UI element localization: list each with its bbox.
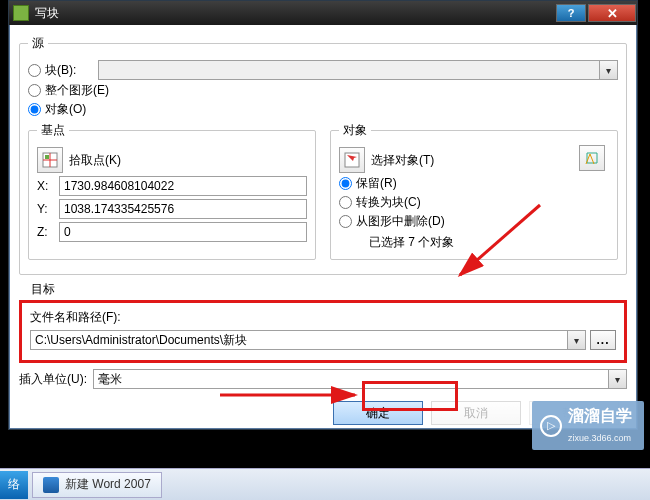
- radio-retain[interactable]: 保留(R): [339, 175, 397, 192]
- write-block-dialog: 写块 ? ✕ 源 块(B): 整个图形(E): [8, 0, 638, 430]
- titlebar[interactable]: 写块 ? ✕: [9, 1, 637, 25]
- objects-group: 对象 选择对象(T) 保留(R): [330, 122, 618, 260]
- browse-button[interactable]: ...: [590, 330, 616, 350]
- pick-point-label: 拾取点(K): [69, 152, 121, 169]
- chevron-down-icon[interactable]: [599, 61, 617, 79]
- taskbar-item-word[interactable]: 新建 Word 2007: [32, 472, 162, 498]
- z-label: Z:: [37, 225, 59, 239]
- y-input[interactable]: [59, 199, 307, 219]
- ok-button[interactable]: 确定: [333, 401, 423, 425]
- watermark: 溜溜自学 zixue.3d66.com: [532, 401, 644, 450]
- radio-objects[interactable]: 对象(O): [28, 101, 86, 118]
- path-label: 文件名和路径(F):: [30, 309, 616, 326]
- select-objects-button[interactable]: [339, 147, 365, 173]
- radio-convert-input[interactable]: [339, 196, 352, 209]
- radio-block-input[interactable]: [28, 64, 41, 77]
- block-name-combo[interactable]: [98, 60, 618, 80]
- basepoint-legend: 基点: [37, 122, 69, 139]
- source-legend: 源: [28, 35, 48, 52]
- target-group-wrapper: 目标 文件名和路径(F): C:\Users\Administrator\Doc…: [19, 281, 627, 389]
- units-combo[interactable]: 毫米: [93, 369, 627, 389]
- cancel-button[interactable]: 取消: [431, 401, 521, 425]
- chevron-down-icon[interactable]: [567, 331, 585, 349]
- x-label: X:: [37, 179, 59, 193]
- radio-convert[interactable]: 转换为块(C): [339, 194, 421, 211]
- radio-block[interactable]: 块(B):: [28, 62, 76, 79]
- svg-rect-1: [45, 155, 49, 159]
- help-titlebar-button[interactable]: ?: [556, 4, 586, 22]
- radio-retain-input[interactable]: [339, 177, 352, 190]
- radio-entire-input[interactable]: [28, 84, 41, 97]
- dialog-content: 源 块(B): 整个图形(E) 对: [9, 25, 637, 433]
- window-title: 写块: [35, 5, 555, 22]
- select-objects-label: 选择对象(T): [371, 152, 434, 169]
- pick-point-button[interactable]: [37, 147, 63, 173]
- word-icon: [43, 477, 59, 493]
- x-input[interactable]: [59, 176, 307, 196]
- target-legend: 目标: [27, 281, 59, 298]
- y-label: Y:: [37, 202, 59, 216]
- target-highlight-box: 文件名和路径(F): C:\Users\Administrator\Docume…: [19, 300, 627, 363]
- selection-status: 已选择 7 个对象: [369, 234, 609, 251]
- units-value: 毫米: [98, 371, 122, 388]
- app-icon: [13, 5, 29, 21]
- radio-delete[interactable]: 从图形中删除(D): [339, 213, 445, 230]
- play-icon: [540, 415, 562, 437]
- chevron-down-icon[interactable]: [608, 370, 626, 388]
- path-value: C:\Users\Administrator\Documents\新块: [35, 332, 247, 349]
- z-input[interactable]: [59, 222, 307, 242]
- units-label: 插入单位(U):: [19, 371, 87, 388]
- source-group: 源 块(B): 整个图形(E) 对: [19, 35, 627, 275]
- objects-legend: 对象: [339, 122, 371, 139]
- taskbar-item-1[interactable]: 络: [0, 471, 28, 499]
- basepoint-group: 基点 拾取点(K) X: Y:: [28, 122, 316, 260]
- close-button[interactable]: ✕: [588, 4, 636, 22]
- radio-objects-input[interactable]: [28, 103, 41, 116]
- path-combo[interactable]: C:\Users\Administrator\Documents\新块: [30, 330, 586, 350]
- radio-delete-input[interactable]: [339, 215, 352, 228]
- quick-select-button[interactable]: [579, 145, 605, 171]
- radio-entire-drawing[interactable]: 整个图形(E): [28, 82, 109, 99]
- taskbar[interactable]: 络 新建 Word 2007: [0, 468, 650, 500]
